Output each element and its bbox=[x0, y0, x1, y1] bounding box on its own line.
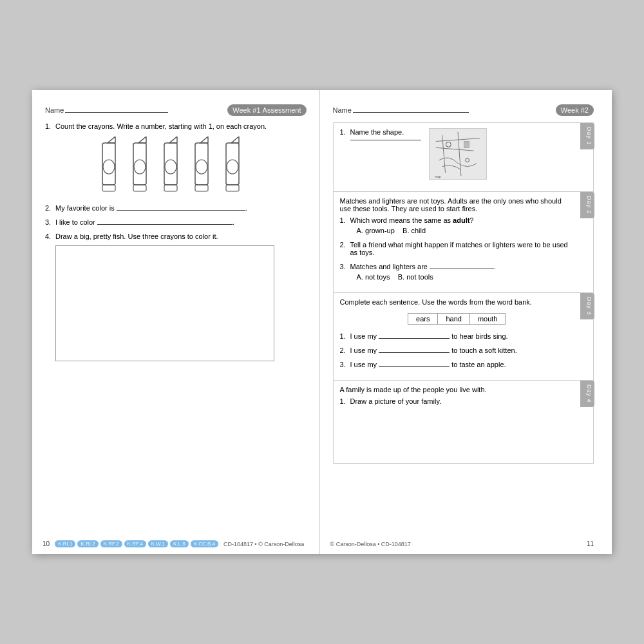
map-image: map bbox=[429, 128, 487, 180]
svg-rect-13 bbox=[195, 143, 208, 185]
name-underline-left bbox=[65, 112, 168, 113]
day1-q1-num: 1. bbox=[340, 128, 346, 136]
question-3-left: 3. I like to color . bbox=[45, 218, 307, 226]
day1-q1-text-col: Name the shape. bbox=[350, 128, 421, 140]
day2-q1-text: Which word means the same as adult? bbox=[350, 216, 574, 224]
week-badge-right: Week #2 bbox=[556, 104, 594, 116]
svg-marker-0 bbox=[108, 137, 115, 143]
question-2-left: 2. My favorite color is . bbox=[45, 204, 307, 212]
std-6: K.L.6 bbox=[170, 540, 189, 547]
day2-q3-opt-a: A. not toys bbox=[357, 273, 390, 281]
day2-q1: 1. Which word means the same as adult? A… bbox=[340, 216, 574, 234]
std-3: K.RF.2 bbox=[100, 540, 122, 547]
q3-num: 3. bbox=[45, 218, 51, 226]
svg-rect-5 bbox=[133, 143, 146, 185]
day2-q3-num: 3. bbox=[340, 263, 346, 270]
day3-q3-num: 3. bbox=[340, 361, 346, 368]
std-1: K.RI.1 bbox=[55, 540, 75, 547]
svg-rect-19 bbox=[226, 185, 239, 191]
crayons-svg bbox=[89, 137, 263, 198]
week-number-left: Week #1 bbox=[232, 106, 260, 114]
svg-rect-7 bbox=[133, 185, 146, 191]
day3-tab: Day 3 bbox=[580, 293, 594, 319]
svg-rect-11 bbox=[164, 185, 177, 191]
std-2: K.RI.2 bbox=[77, 540, 98, 547]
day3-section: Day 3 Complete each sentence. Use the wo… bbox=[333, 293, 594, 381]
q1-num: 1. bbox=[45, 122, 51, 130]
day2-section: Day 2 Matches and lighters are not toys.… bbox=[333, 192, 594, 293]
svg-rect-15 bbox=[195, 185, 208, 191]
day3-q1-text: I use my to hear birds sing. bbox=[350, 332, 574, 340]
day3-q1: 1. I use my to hear birds sing. bbox=[340, 332, 574, 340]
question-4-left: 4. Draw a big, pretty fish. Use three cr… bbox=[45, 232, 307, 361]
name-label-left: Name bbox=[45, 106, 64, 114]
left-page: Name Week #1 Assessment 1. Count the cra… bbox=[32, 90, 320, 554]
svg-rect-9 bbox=[164, 143, 177, 185]
day2-q3-line bbox=[430, 269, 494, 269]
left-header: Name Week #1 Assessment bbox=[45, 104, 307, 116]
q3-line bbox=[97, 224, 232, 225]
day3-q2-num: 2. bbox=[340, 346, 346, 354]
day2-q2-num: 2. bbox=[340, 241, 346, 249]
day1-q1-content: Name the shape. bbox=[350, 128, 574, 180]
day1-q1-text: Name the shape. bbox=[350, 128, 421, 136]
name-label-right: Name bbox=[333, 106, 352, 114]
day1-answer-line bbox=[350, 140, 421, 140]
day2-q1-num: 1. bbox=[340, 216, 346, 224]
q2-num: 2. bbox=[45, 204, 51, 212]
day2-tab: Day 2 bbox=[580, 192, 594, 218]
name-underline-right bbox=[353, 112, 469, 113]
day2-q3-opt-b: B. not tools bbox=[398, 273, 433, 281]
word-bank-hand: hand bbox=[438, 314, 469, 325]
day2-q1-options: A. grown-up B. child bbox=[357, 227, 574, 234]
day3-q1-num: 1. bbox=[340, 332, 346, 340]
svg-rect-1 bbox=[102, 143, 115, 185]
std-7: K.CC.B.4 bbox=[191, 540, 218, 547]
svg-text:map: map bbox=[434, 175, 440, 178]
right-header: Name Week #2 bbox=[333, 104, 594, 116]
page-num-left: 10 bbox=[43, 540, 50, 547]
svg-point-14 bbox=[196, 160, 207, 174]
q4-num: 4. bbox=[45, 232, 51, 240]
word-bank: ears hand mouth bbox=[408, 313, 506, 325]
svg-rect-27 bbox=[464, 142, 469, 148]
q1-text: Count the crayons. Write a number, start… bbox=[55, 122, 307, 130]
word-bank-ears: ears bbox=[408, 314, 438, 325]
day2-q1-opt-a: A. grown-up bbox=[357, 227, 395, 234]
std-5: K.W.1 bbox=[148, 540, 168, 547]
svg-rect-17 bbox=[226, 143, 239, 185]
right-footer: © Carson-Dellosa • CD-104817 11 bbox=[330, 540, 594, 547]
map-svg: map bbox=[430, 129, 486, 179]
week-number-right: Week #2 bbox=[561, 106, 589, 114]
day3-q1-line bbox=[379, 338, 450, 339]
svg-marker-4 bbox=[138, 137, 146, 143]
std-4: K.RF.4 bbox=[124, 540, 146, 547]
name-field-left: Name bbox=[45, 106, 223, 114]
day4-intro: A family is made up of the people you li… bbox=[340, 386, 574, 393]
day3-intro: Complete each sentence. Use the words fr… bbox=[340, 298, 574, 306]
day2-q3-options: A. not toys B. not tools bbox=[357, 273, 574, 281]
day2-intro: Matches and lighters are not toys. Adult… bbox=[340, 197, 574, 213]
day1-section: Day 1 1. Name the shape. bbox=[333, 122, 594, 192]
svg-marker-16 bbox=[231, 137, 239, 143]
svg-point-18 bbox=[227, 160, 238, 174]
copyright-right: © Carson-Dellosa • CD-104817 bbox=[330, 541, 411, 547]
day3-q2-text: I use my to touch a soft kitten. bbox=[350, 346, 574, 354]
q2-line bbox=[117, 210, 245, 211]
q2-text: My favorite color is . bbox=[55, 204, 307, 212]
left-footer: 10 K.RI.1 K.RI.2 K.RF.2 K.RF.4 K.W.1 K.L… bbox=[43, 540, 309, 547]
day3-q3-line bbox=[379, 366, 450, 367]
week-sub-left: Assessment bbox=[263, 106, 301, 114]
word-bank-mouth: mouth bbox=[469, 314, 506, 325]
day3-q3: 3. I use my to taste an apple. bbox=[340, 361, 574, 368]
right-page: Name Week #2 Day 1 1. Name the shape. bbox=[320, 90, 612, 554]
book-spread: Name Week #1 Assessment 1. Count the cra… bbox=[32, 90, 612, 554]
bold-word: adult bbox=[453, 216, 469, 224]
question-1-left: 1. Count the crayons. Write a number, st… bbox=[45, 122, 307, 130]
day2-q2: 2. Tell a friend what might happen if ma… bbox=[340, 241, 574, 256]
svg-point-2 bbox=[103, 160, 115, 174]
day1-tab: Day 1 bbox=[580, 123, 594, 149]
word-bank-container: ears hand mouth bbox=[340, 309, 574, 328]
day1-q1: 1. Name the shape. bbox=[340, 128, 574, 180]
svg-marker-12 bbox=[200, 137, 208, 143]
